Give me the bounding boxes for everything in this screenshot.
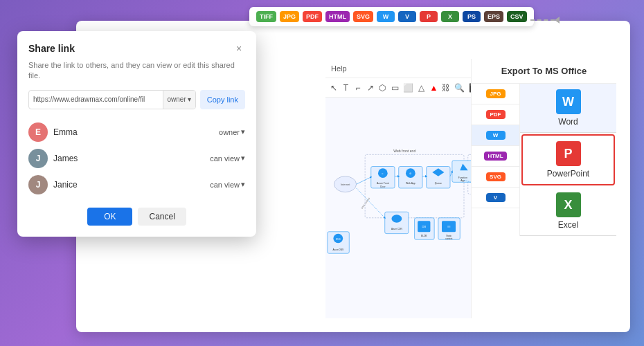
copy-link-button[interactable]: Copy link	[200, 90, 245, 109]
ppt-label: PowerPoint	[547, 169, 589, 179]
excel-icon: X	[556, 192, 581, 217]
format-bar: TIFF JPG PDF HTML SVG W V P X PS EPS CSV	[249, 7, 534, 26]
svg-line-60	[450, 172, 452, 176]
format-excel[interactable]: X	[441, 11, 459, 22]
export-panel-title: Export To MS Office	[472, 59, 616, 84]
user-row-james: J James can view ▾	[28, 145, 245, 172]
link-input-wrap: owner ▾	[28, 90, 196, 109]
svg-text:Azure CDN: Azure CDN	[391, 228, 402, 230]
export-excel-item[interactable]: X Excel	[520, 187, 616, 236]
format-csv[interactable]: CSV	[507, 11, 527, 22]
user-role-emma[interactable]: owner ▾	[219, 127, 245, 136]
image-tool[interactable]: ⬜	[403, 82, 413, 93]
link-row: owner ▾ Copy link	[28, 90, 245, 109]
svg-text:DNS Lookup: DNS Lookup	[361, 197, 370, 210]
export-left-jpg[interactable]: JPG	[472, 84, 519, 104]
svg-text:DNS: DNS	[336, 238, 341, 241]
format-html[interactable]: HTML	[325, 11, 350, 22]
owner-label: owner	[168, 95, 186, 103]
avatar-janice: J	[28, 175, 48, 194]
text-tool[interactable]: T	[342, 82, 350, 93]
svg-line-57	[357, 177, 371, 184]
export-left-word[interactable]: W	[472, 125, 519, 146]
format-arrow	[530, 17, 560, 24]
svg-text:content: content	[445, 237, 452, 240]
help-label: Help	[331, 64, 347, 73]
visio-badge: V	[486, 193, 506, 202]
export-left-col: JPG PDF W HTML SVG V	[472, 84, 520, 236]
pdf-badge: PDF	[486, 110, 506, 119]
format-visio[interactable]: V	[398, 11, 416, 22]
html-badge: HTML	[484, 152, 506, 161]
svg-text:Web App: Web App	[406, 182, 415, 185]
share-dialog: Share link × Share the link to others, a…	[17, 31, 256, 237]
user-role-james[interactable]: can view ▾	[210, 154, 245, 163]
jpg-badge: JPG	[486, 89, 506, 98]
svg-text:Queue: Queue	[435, 182, 442, 185]
export-left-pdf[interactable]: PDF	[472, 104, 519, 125]
role-label-janice: can view	[210, 181, 240, 189]
user-row-janice: J Janice can view ▾	[28, 172, 245, 198]
triangle-tool[interactable]: △	[418, 82, 426, 93]
svg-point-38	[391, 215, 402, 222]
arrow-tool[interactable]: ↗	[366, 82, 375, 93]
role-label-emma: owner	[219, 128, 240, 136]
format-ppt[interactable]: P	[420, 11, 438, 22]
svg-badge: SVG	[486, 172, 506, 181]
ok-button[interactable]: OK	[87, 208, 132, 226]
format-jpg[interactable]: JPG	[280, 11, 299, 22]
excel-label: Excel	[558, 220, 578, 230]
svg-text:⊙: ⊙	[382, 172, 384, 175]
format-svg[interactable]: SVG	[353, 11, 373, 22]
svg-line-64	[357, 188, 385, 218]
svg-text:Static: Static	[446, 235, 451, 237]
fill-tool[interactable]: ▲	[429, 82, 438, 93]
role-label-james: can view	[210, 154, 240, 163]
user-role-janice[interactable]: can view ▾	[210, 180, 245, 189]
user-name-janice: Janice	[53, 180, 210, 190]
user-list: E Emma owner ▾ J James can view ▾ J Jani…	[28, 119, 245, 198]
export-left-svg[interactable]: SVG	[472, 167, 519, 188]
cursor-tool[interactable]: ↖	[330, 82, 338, 93]
format-tiff[interactable]: TIFF	[256, 11, 276, 22]
dialog-actions: OK Cancel	[28, 208, 245, 226]
dialog-title: Share link	[28, 43, 75, 54]
shape-tool[interactable]: ⬡	[379, 82, 387, 93]
svg-text:Internet: Internet	[341, 183, 350, 186]
export-left-html[interactable]: HTML	[472, 146, 519, 167]
user-row-emma: E Emma owner ▾	[28, 119, 245, 145]
close-icon[interactable]: ×	[233, 42, 245, 55]
svg-text:App: App	[460, 179, 465, 182]
word-badge-left: W	[486, 131, 506, 140]
role-chevron-janice: ▾	[241, 180, 245, 189]
corner-tool[interactable]: ⌐	[354, 82, 362, 93]
format-pdf[interactable]: PDF	[303, 11, 322, 22]
web-front-end-label: Web front end	[393, 149, 415, 154]
export-word-item[interactable]: W Word	[520, 84, 616, 133]
role-chevron-emma: ▾	[241, 127, 245, 136]
owner-dropdown[interactable]: owner ▾	[163, 91, 195, 109]
zoom-in-tool[interactable]: 🔍	[454, 82, 465, 93]
svg-text:Door: Door	[380, 185, 386, 188]
rect-tool[interactable]: ▭	[391, 82, 399, 93]
owner-chevron-icon: ▾	[188, 95, 191, 103]
export-panel: Export To MS Office JPG PDF W HTML SVG	[471, 59, 616, 318]
export-grid: JPG PDF W HTML SVG V	[472, 84, 616, 236]
svg-text:Azure Front: Azure Front	[377, 182, 389, 185]
ppt-icon: P	[556, 141, 581, 166]
user-name-james: James	[53, 154, 210, 163]
avatar-james: J	[28, 149, 48, 168]
user-name-emma: Emma	[53, 127, 219, 137]
svg-text:≡≡: ≡≡	[447, 225, 451, 228]
export-right-col: W Word P PowerPoint X Excel	[520, 84, 616, 236]
link-tool[interactable]: ⛓	[442, 82, 450, 93]
format-ps[interactable]: PS	[463, 11, 481, 22]
format-word[interactable]: W	[377, 11, 395, 22]
export-left-visio[interactable]: V	[472, 188, 519, 208]
cancel-button[interactable]: Cancel	[138, 208, 186, 226]
export-ppt-item[interactable]: P PowerPoint	[521, 134, 615, 185]
link-input[interactable]	[29, 95, 163, 103]
svg-text:Azure DNS: Azure DNS	[332, 248, 343, 251]
word-icon: W	[556, 89, 581, 114]
format-eps[interactable]: EPS	[484, 11, 503, 22]
